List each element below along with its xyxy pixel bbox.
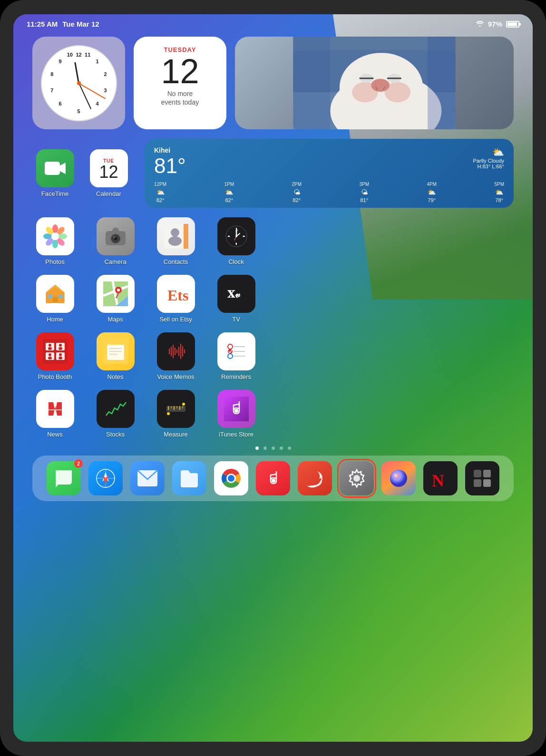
svg-point-22 — [58, 233, 67, 239]
maps-app-icon[interactable] — [97, 275, 135, 313]
messages-badge: 2 — [74, 459, 83, 468]
svg-point-80 — [58, 357, 62, 359]
contacts-wrapper[interactable]: Contacts — [153, 217, 198, 265]
svg-point-53 — [235, 235, 237, 237]
dock-marble[interactable] — [381, 461, 416, 495]
stocks-wrapper[interactable]: Stocks — [93, 390, 138, 438]
calendar-app-wrapper[interactable]: TUE 12 Calendar — [86, 149, 131, 197]
voicememos-app-icon[interactable] — [157, 332, 195, 370]
voicememos-wrapper[interactable]: Voice Memos — [153, 332, 198, 380]
news-wrapper[interactable]: News — [32, 390, 78, 438]
dock-netflix[interactable]: N — [423, 461, 458, 495]
apps-row-4: Photo Booth Notes — [32, 332, 514, 380]
reminders-app-icon[interactable] — [217, 332, 255, 370]
itunes-wrapper[interactable]: iTunes Store — [214, 390, 259, 438]
svg-point-119 — [234, 409, 238, 413]
clock-num-11: 11 — [85, 52, 90, 58]
measure-label: Measure — [164, 431, 188, 438]
photobooth-wrapper[interactable]: Photo Booth — [32, 332, 78, 380]
svg-rect-135 — [474, 470, 481, 477]
svg-point-130 — [272, 479, 275, 483]
clock-center — [77, 81, 81, 85]
weather-widget[interactable]: Kihei 81° ⛅ Partly Cloudy H:83° L:66° — [145, 139, 514, 208]
dock-music[interactable] — [256, 461, 290, 495]
contacts-icon[interactable] — [157, 217, 195, 255]
notes-app-icon[interactable] — [97, 332, 135, 370]
etsy-app-icon[interactable]: Etsy — [157, 275, 195, 313]
maps-wrapper[interactable]: Maps — [93, 275, 138, 323]
reminders-wrapper[interactable]: Reminders — [214, 332, 259, 380]
dock-chrome[interactable] — [214, 461, 248, 495]
page-dot-3[interactable] — [272, 446, 275, 450]
weather-condition-text: Partly Cloudy — [473, 158, 504, 164]
photos-icon[interactable] — [36, 217, 74, 255]
calendar-app-icon[interactable]: TUE 12 — [90, 149, 128, 187]
ipad-frame: 11:25 AM Tue Mar 12 97% — [0, 0, 546, 756]
dock-multi[interactable] — [465, 461, 499, 495]
hour-hand — [74, 62, 79, 83]
dock-files[interactable] — [172, 461, 206, 495]
camera-label: Camera — [104, 258, 126, 265]
clock-num-9: 9 — [58, 58, 61, 64]
dock-messages[interactable]: 2 — [47, 461, 81, 495]
widgets-row: 12 1 2 3 4 5 6 7 8 9 10 11 — [13, 32, 533, 129]
dock-settings[interactable] — [340, 461, 374, 495]
clock-num-8: 8 — [50, 71, 53, 77]
clock-widget[interactable]: 12 1 2 3 4 5 6 7 8 9 10 11 — [32, 37, 125, 129]
clock-num-2: 2 — [104, 71, 107, 77]
page-dot-2[interactable] — [263, 446, 267, 450]
dock-safari[interactable] — [88, 461, 123, 495]
etsy-wrapper[interactable]: Etsy Sell on Etsy — [153, 275, 198, 323]
svg-point-129 — [228, 475, 234, 482]
home-wrapper[interactable]: Home — [32, 275, 78, 323]
home-app-icon[interactable] — [36, 275, 74, 313]
photobooth-app-icon[interactable] — [36, 332, 74, 370]
dock-swift[interactable] — [298, 461, 332, 495]
apps-row-3: Home — [32, 275, 514, 323]
clock-num-10: 10 — [67, 52, 73, 58]
camera-wrapper[interactable]: Camera — [93, 217, 138, 265]
clock-face: 12 1 2 3 4 5 6 7 8 9 10 11 — [41, 45, 117, 121]
svg-rect-14 — [293, 37, 330, 129]
contacts-label: Contacts — [164, 258, 188, 265]
page-dot-5[interactable] — [288, 446, 291, 450]
svg-rect-35 — [107, 233, 111, 235]
news-app-icon[interactable] — [36, 390, 74, 428]
calendar-no-events: No moreevents today — [161, 89, 199, 107]
itunes-app-icon[interactable] — [217, 390, 255, 428]
dock-mail[interactable] — [130, 461, 165, 495]
svg-rect-138 — [483, 479, 491, 487]
clock-app-label: Clock — [228, 258, 244, 265]
calendar-date: 12 — [161, 54, 199, 88]
measure-wrapper[interactable]: Measure — [153, 390, 198, 438]
measure-app-icon[interactable] — [157, 390, 195, 428]
weather-temp: 81° — [154, 154, 186, 178]
svg-rect-37 — [184, 224, 188, 249]
clock-wrapper[interactable]: 12 3 6 9 Clock — [214, 217, 259, 265]
facetime-wrapper[interactable]: FaceTime — [32, 149, 78, 197]
stocks-app-icon[interactable] — [97, 390, 135, 428]
tv-app-icon[interactable]: 𝐗𝓋 — [217, 275, 255, 313]
page-dot-4[interactable] — [280, 446, 283, 450]
calendar-widget[interactable]: TUESDAY 12 No moreevents today — [134, 37, 226, 129]
stocks-label: Stocks — [106, 431, 125, 438]
tv-wrapper[interactable]: 𝐗𝓋 TV — [214, 275, 259, 323]
svg-point-132 — [390, 470, 407, 487]
clock-num-7: 7 — [50, 87, 53, 93]
svg-point-99 — [228, 349, 233, 354]
second-row: FaceTime TUE 12 Calendar — [13, 129, 533, 208]
svg-rect-56 — [58, 294, 62, 298]
clock-app-icon[interactable]: 12 3 6 9 — [217, 217, 255, 255]
photos-wrapper[interactable]: Photos — [32, 217, 78, 265]
facetime-icon[interactable] — [36, 149, 74, 187]
page-dot-1[interactable] — [255, 446, 259, 450]
photo-widget[interactable] — [235, 37, 514, 129]
reminders-label: Reminders — [221, 373, 251, 380]
apps-grid: Photos — [13, 208, 533, 438]
apps-row-2: Photos — [32, 217, 514, 265]
svg-text:3: 3 — [243, 235, 244, 238]
weather-hour-2pm: 2PM 🌤 82° — [292, 182, 302, 203]
clock-num-4: 4 — [96, 101, 98, 107]
notes-wrapper[interactable]: Notes — [93, 332, 138, 380]
camera-icon[interactable] — [97, 217, 135, 255]
